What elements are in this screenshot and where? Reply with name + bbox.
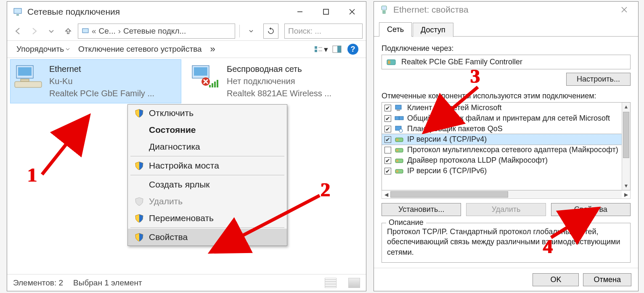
- details-view-button[interactable]: [325, 278, 337, 288]
- checkbox[interactable]: ✔: [384, 136, 391, 143]
- component-item[interactable]: ✔IP версии 6 (TCP/IPv6): [382, 166, 622, 176]
- network-connections-window: Сетевые подключения « Се... › Сетевые по…: [7, 1, 366, 291]
- svg-rect-14: [18, 67, 32, 76]
- close-button[interactable]: [339, 4, 365, 20]
- connections-pane[interactable]: Ethernet Ku-Ku Realtek PCIe GbE Family .…: [7, 58, 366, 274]
- scroll-down-icon[interactable]: ▼: [622, 182, 630, 190]
- refresh-button[interactable]: [263, 24, 278, 39]
- connection-device: Realtek 8821AE Wireless ...: [227, 87, 331, 100]
- connection-ethernet[interactable]: Ethernet Ku-Ku Realtek PCIe GbE Family .…: [11, 60, 181, 103]
- checkbox[interactable]: ✔: [384, 105, 391, 111]
- preview-pane-button[interactable]: [329, 43, 345, 55]
- window-title: Сетевые подключения: [27, 7, 287, 17]
- item-count: Элементов: 2: [13, 278, 63, 288]
- ctx-rename[interactable]: Переименовать: [128, 210, 287, 227]
- ctx-status[interactable]: Состояние: [128, 121, 287, 138]
- component-item[interactable]: ✔IP версии 4 (TCP/IPv4): [382, 134, 622, 145]
- component-item[interactable]: ✔Клиент для сетей Microsoft: [382, 103, 622, 113]
- up-button[interactable]: [61, 24, 75, 38]
- checkbox[interactable]: ✔: [384, 115, 391, 122]
- dialog-footer: OK Отмена: [374, 268, 638, 291]
- tab-sharing[interactable]: Доступ: [413, 23, 453, 37]
- search-input[interactable]: Поиск: ...: [284, 24, 363, 39]
- scroll-thumb[interactable]: [623, 112, 629, 158]
- component-icon: [395, 146, 404, 154]
- component-icon: [395, 125, 404, 133]
- network-icon: [13, 7, 22, 16]
- close-button[interactable]: [611, 2, 637, 18]
- component-item[interactable]: ✔Планировщик пакетов QoS: [382, 124, 622, 134]
- svg-rect-41: [396, 149, 398, 151]
- components-list[interactable]: ✔Клиент для сетей Microsoft✔Общий доступ…: [382, 102, 631, 190]
- connection-network: Ku-Ku: [49, 75, 154, 87]
- checkbox[interactable]: ✔: [384, 126, 391, 132]
- ok-button[interactable]: OK: [533, 273, 579, 286]
- svg-rect-21: [214, 82, 216, 87]
- scroll-left-icon[interactable]: ◀: [382, 190, 390, 198]
- help-button[interactable]: ?: [345, 43, 361, 55]
- svg-rect-7: [315, 46, 317, 49]
- component-item[interactable]: Протокол мультиплексора сетевого адаптер…: [382, 145, 622, 155]
- ctx-disable[interactable]: Отключить: [128, 105, 287, 121]
- wifi-icon: [191, 63, 221, 90]
- connection-name: Ethernet: [49, 63, 154, 75]
- ctx-properties[interactable]: Свойства: [128, 229, 287, 245]
- maximize-button[interactable]: [313, 4, 339, 20]
- checkbox[interactable]: ✔: [384, 168, 391, 174]
- view-dropdown[interactable]: ▾: [313, 43, 329, 55]
- checkbox[interactable]: [384, 147, 391, 153]
- connection-wifi[interactable]: Беспроводная сеть Нет подключения Realte…: [188, 60, 358, 103]
- scroll-up-icon[interactable]: ▲: [622, 103, 630, 111]
- scroll-right-icon[interactable]: ▶: [622, 190, 630, 198]
- icons-view-button[interactable]: [348, 278, 360, 288]
- checkbox[interactable]: ✔: [384, 157, 391, 164]
- svg-rect-33: [397, 110, 400, 111]
- back-button[interactable]: [11, 24, 25, 38]
- scroll-thumb[interactable]: [390, 191, 508, 198]
- forward-button[interactable]: [27, 24, 42, 38]
- minimize-button[interactable]: [287, 4, 313, 20]
- svg-rect-31: [388, 61, 390, 64]
- ctx-diagnostics[interactable]: Диагностика: [128, 138, 287, 155]
- annotation-2: 2: [321, 179, 330, 201]
- connect-via-label: Подключение через:: [382, 44, 631, 53]
- install-button[interactable]: Установить...: [382, 203, 461, 216]
- separator: [239, 25, 240, 37]
- shield-icon: [135, 108, 144, 118]
- breadcrumb-item[interactable]: Сетевые подкл...: [123, 26, 186, 36]
- titlebar[interactable]: Сетевые подключения: [7, 2, 366, 22]
- more-commands-chevron[interactable]: »: [206, 44, 220, 55]
- ctx-bridge[interactable]: Настройка моста: [128, 157, 287, 174]
- component-item[interactable]: ✔Общий доступ к файлам и принтерам для с…: [382, 113, 622, 124]
- separator: [130, 227, 284, 228]
- horizontal-scrollbar[interactable]: ◀ ▶: [382, 190, 631, 199]
- components-label: Отмеченные компоненты используются этим …: [382, 92, 631, 100]
- component-icon: [395, 115, 404, 122]
- selection-count: Выбран 1 элемент: [73, 278, 142, 288]
- organize-menu[interactable]: Упорядочить: [12, 45, 74, 54]
- svg-rect-35: [399, 116, 403, 120]
- svg-rect-12: [337, 46, 341, 53]
- component-item[interactable]: ✔Драйвер протокола LLDP (Майкрософт): [382, 155, 622, 166]
- breadcrumb-item[interactable]: Се...: [99, 26, 116, 36]
- description-text: Протокол TCP/IP. Стандартный протокол гл…: [387, 227, 625, 257]
- configure-button[interactable]: Настроить...: [566, 73, 631, 86]
- properties-button[interactable]: Свойства: [551, 203, 631, 216]
- dropdown-history-button[interactable]: [244, 24, 258, 38]
- svg-rect-43: [396, 160, 398, 162]
- connection-name: Беспроводная сеть: [227, 63, 331, 75]
- recent-button[interactable]: [44, 24, 58, 38]
- svg-rect-27: [383, 11, 385, 13]
- ethernet-icon: [14, 63, 43, 90]
- component-label: Протокол мультиплексора сетевого адаптер…: [407, 145, 618, 154]
- disable-device-button[interactable]: Отключение сетевого устройства: [74, 45, 206, 54]
- titlebar[interactable]: Ethernet: свойства: [374, 2, 638, 18]
- ctx-create-shortcut[interactable]: Создать ярлык: [128, 176, 287, 193]
- tab-network[interactable]: Сеть: [379, 22, 412, 37]
- address-bar[interactable]: « Се... › Сетевые подкл...: [78, 24, 235, 39]
- vertical-scrollbar[interactable]: ▲ ▼: [622, 103, 630, 190]
- svg-rect-18: [194, 67, 207, 76]
- cancel-button[interactable]: Отмена: [583, 273, 631, 286]
- svg-rect-8: [315, 50, 317, 52]
- annotation-1: 1: [27, 164, 37, 186]
